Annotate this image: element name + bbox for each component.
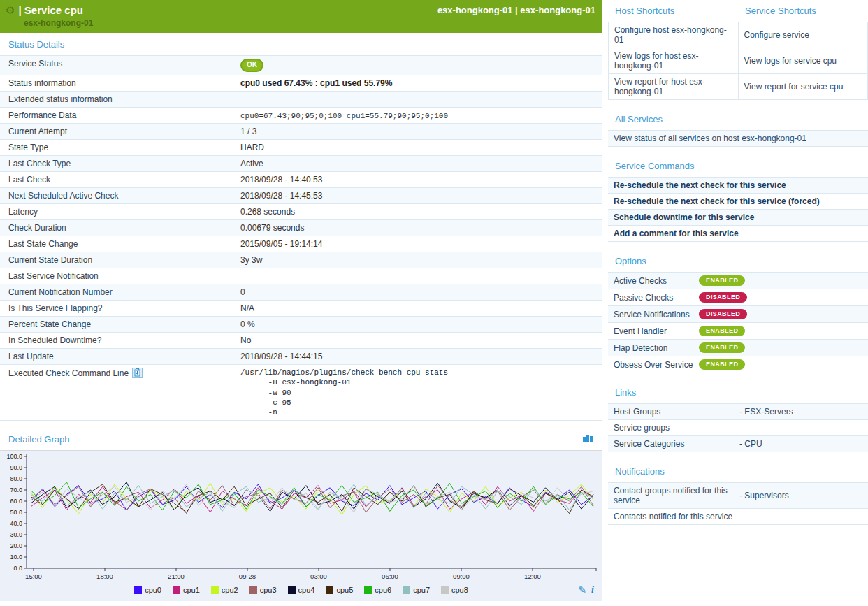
- cpu-line-chart[interactable]: 0.010.020.030.040.050.060.070.080.090.01…: [0, 451, 601, 582]
- status-row-label: In Scheduled Downtime?: [0, 333, 232, 349]
- service-command-link[interactable]: Add a comment for this service: [608, 226, 868, 242]
- legend-item[interactable]: cpu0: [134, 586, 161, 594]
- option-state-badge[interactable]: ENABLED: [699, 275, 745, 286]
- all-services-link[interactable]: View status of all services on host esx-…: [608, 131, 868, 147]
- status-row-label: Latency: [0, 204, 232, 220]
- status-row: Last Check2018/09/28 - 14:40:53: [0, 172, 602, 188]
- status-row-value: 2018/09/28 - 14:45:53: [232, 188, 602, 204]
- chart-legend: cpu0cpu1cpu2cpu3cpu4cpu5cpu6cpu7cpu8 ✎ i: [0, 584, 602, 601]
- link-row[interactable]: Host Groups- ESX-Servers: [608, 404, 868, 420]
- legend-label: cpu0: [145, 586, 161, 594]
- service-shortcut-link[interactable]: View report for service cpu: [738, 74, 868, 100]
- status-row-value: No: [232, 333, 602, 349]
- legend-swatch: [211, 586, 219, 594]
- status-row-label: Current Attempt: [0, 124, 232, 140]
- y-tick-label: 90.0: [10, 464, 22, 471]
- status-row: Percent State Change0 %: [0, 317, 602, 333]
- service-shortcut-link[interactable]: View logs for service cpu: [738, 48, 868, 74]
- option-label: Service Notifications: [614, 310, 699, 319]
- service-shortcut-link[interactable]: Configure service: [738, 22, 868, 48]
- status-row: State TypeHARD: [0, 140, 602, 156]
- x-tick-label: 09:00: [453, 572, 470, 580]
- links-header[interactable]: Links: [608, 382, 868, 403]
- option-state-badge[interactable]: ENABLED: [699, 326, 745, 336]
- bar-chart-icon[interactable]: [581, 433, 594, 445]
- status-row-label: Last Check: [0, 172, 232, 188]
- detailed-graph-title[interactable]: Detailed Graph: [8, 434, 69, 445]
- notification-row[interactable]: Contacts notified for this service: [608, 509, 868, 525]
- link-row-label: Service Categories: [614, 439, 739, 449]
- status-details-header[interactable]: Status Details: [0, 33, 602, 55]
- x-tick-label: 03:00: [310, 572, 327, 580]
- pencil-icon[interactable]: ✎: [578, 584, 586, 596]
- status-row-label: Last State Change: [0, 236, 232, 252]
- notifications-header[interactable]: Notifications: [608, 461, 868, 482]
- notification-row-value: - Supervisors: [739, 491, 789, 500]
- status-row: In Scheduled Downtime?No: [0, 333, 602, 349]
- option-row: Event HandlerENABLED: [608, 323, 868, 340]
- clipboard-icon[interactable]: [132, 368, 143, 380]
- legend-label: cpu8: [451, 586, 468, 594]
- link-row-value: - CPU: [739, 439, 762, 449]
- legend-item[interactable]: cpu3: [249, 586, 277, 594]
- service-command-link[interactable]: Re-schedule the next check for this serv…: [608, 178, 868, 194]
- service-shortcuts-header[interactable]: Service Shortcuts: [738, 0, 868, 22]
- option-state-badge[interactable]: ENABLED: [699, 359, 745, 370]
- host-subtitle[interactable]: esx-hongkong-01: [24, 18, 595, 28]
- link-row-label: Host Groups: [614, 407, 739, 417]
- option-state-badge[interactable]: ENABLED: [699, 342, 745, 353]
- gear-icon[interactable]: ⚙: [6, 5, 15, 15]
- legend-item[interactable]: cpu1: [173, 586, 200, 594]
- status-details-table: Service StatusOKStatus informationcpu0 u…: [0, 55, 602, 421]
- status-row-value: 0 %: [232, 317, 602, 333]
- status-row-label: Check Duration: [0, 220, 232, 236]
- detailed-graph-header: Detailed Graph: [0, 428, 602, 451]
- status-row: Last Update2018/09/28 - 14:44:15: [0, 349, 602, 365]
- notification-row[interactable]: Contact groups notified for this service…: [608, 483, 868, 509]
- options-header[interactable]: Options: [608, 250, 868, 272]
- status-row-label: Is This Service Flapping?: [0, 301, 232, 317]
- option-row: Obsess Over ServiceENABLED: [608, 356, 868, 373]
- link-row[interactable]: Service groups: [608, 420, 868, 436]
- legend-item[interactable]: cpu5: [326, 586, 353, 594]
- link-row[interactable]: Service Categories- CPU: [608, 436, 868, 452]
- status-row: Current Notification Number0: [0, 284, 602, 301]
- status-row: Current State Duration3y 3w: [0, 252, 602, 268]
- host-shortcuts-header[interactable]: Host Shortcuts: [608, 0, 738, 22]
- option-label: Event Handler: [614, 326, 699, 336]
- option-state-badge[interactable]: DISABLED: [699, 309, 747, 319]
- status-row-value: [232, 92, 602, 108]
- y-tick-label: 10.0: [10, 554, 22, 561]
- status-row-value: cpu0 used 67.43% : cpu1 used 55.79%: [232, 75, 602, 92]
- legend-item[interactable]: cpu8: [441, 586, 468, 594]
- header-host-links[interactable]: esx-hongkong-01 | esx-hongkong-01: [437, 5, 595, 15]
- x-tick-label: 12:00: [524, 572, 541, 580]
- page-title: | Service cpu: [18, 4, 83, 16]
- service-command-link[interactable]: Schedule downtime for this service: [608, 210, 868, 226]
- host-shortcut-link[interactable]: View report for host esx-hongkong-01: [609, 74, 739, 100]
- legend-item[interactable]: cpu4: [288, 586, 315, 594]
- status-row: Executed Check Command Line/usr/lib/nagi…: [0, 365, 602, 421]
- service-command-link[interactable]: Re-schedule the next check for this serv…: [608, 194, 868, 210]
- status-information-text: cpu0 used 67.43% : cpu1 used 55.79%: [240, 78, 392, 88]
- legend-label: cpu4: [298, 586, 315, 594]
- option-label: Active Checks: [614, 276, 699, 286]
- service-commands-header[interactable]: Service Commands: [608, 155, 868, 177]
- host-shortcut-link[interactable]: Configure host esx-hongkong-01: [609, 22, 739, 48]
- info-icon[interactable]: i: [591, 584, 594, 596]
- link-row-label: Service groups: [614, 423, 739, 433]
- legend-item[interactable]: cpu2: [211, 586, 238, 594]
- all-services-header[interactable]: All Services: [608, 108, 868, 130]
- x-tick-label: 09-28: [239, 572, 256, 580]
- status-row-label: Extended status information: [0, 92, 232, 108]
- detailed-graph: 0.010.020.030.040.050.060.070.080.090.01…: [0, 451, 602, 601]
- legend-item[interactable]: cpu7: [403, 586, 430, 594]
- host-shortcut-link[interactable]: View logs for host esx-hongkong-01: [609, 48, 739, 74]
- legend-swatch: [249, 586, 257, 594]
- shortcut-row: View logs for host esx-hongkong-01View l…: [609, 48, 868, 74]
- y-tick-label: 50.0: [10, 509, 22, 516]
- legend-swatch: [326, 586, 333, 594]
- option-state-badge[interactable]: DISABLED: [699, 292, 747, 303]
- status-row-label: Performance Data: [0, 108, 232, 124]
- legend-item[interactable]: cpu6: [364, 586, 391, 594]
